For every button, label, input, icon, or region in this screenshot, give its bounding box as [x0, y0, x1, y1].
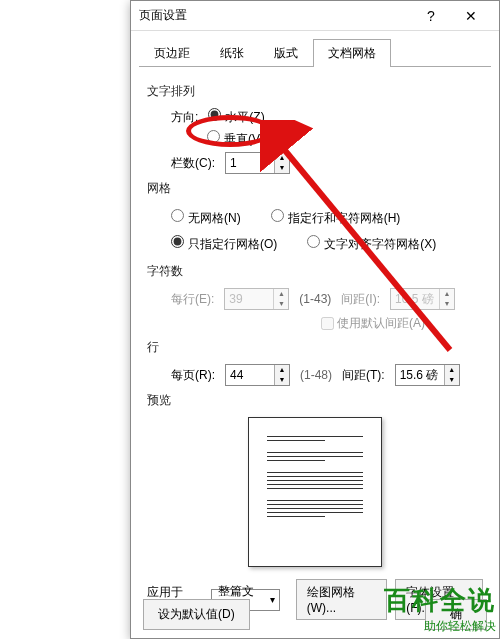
columns-input[interactable] [226, 153, 274, 173]
char-spacing-input [391, 289, 439, 309]
section-lines: 行 [147, 339, 483, 356]
set-default-button[interactable]: 设为默认值(D) [143, 599, 250, 630]
default-spacing-label: 使用默认间距(A) [337, 315, 425, 332]
spin-up-icon[interactable]: ▲ [445, 365, 459, 375]
tab-margins[interactable]: 页边距 [139, 39, 205, 67]
char-spacing-label: 间距(I): [341, 291, 380, 308]
char-spacing-spinner: ▲▼ [390, 288, 455, 310]
spin-down-icon[interactable]: ▼ [445, 375, 459, 385]
spin-down-icon[interactable]: ▼ [275, 163, 289, 173]
default-spacing-row: 使用默认间距(A) [317, 314, 483, 333]
tab-strip: 页边距 纸张 版式 文档网格 [139, 39, 491, 67]
dialog-title: 页面设置 [139, 7, 411, 24]
per-page-label: 每页(R): [171, 367, 215, 384]
spin-down-icon: ▼ [440, 299, 454, 309]
preview-page [248, 417, 382, 567]
line-spacing-spinner[interactable]: ▲▼ [395, 364, 460, 386]
spin-up-icon: ▲ [440, 289, 454, 299]
per-line-spinner: ▲▼ [224, 288, 289, 310]
help-button[interactable]: ? [411, 2, 451, 30]
spin-down-icon: ▼ [274, 299, 288, 309]
section-text-flow: 文字排列 [147, 83, 483, 100]
annotation-ellipse [186, 115, 274, 147]
per-line-range: (1-43) [299, 292, 331, 306]
section-chars: 字符数 [147, 263, 483, 280]
spin-up-icon[interactable]: ▲ [275, 365, 289, 375]
columns-spinner[interactable]: ▲▼ [225, 152, 290, 174]
section-preview: 预览 [147, 392, 483, 409]
tab-paper[interactable]: 纸张 [205, 39, 259, 67]
titlebar: 页面设置 ? ✕ [131, 1, 499, 31]
spin-down-icon[interactable]: ▼ [275, 375, 289, 385]
dialog-content: 文字排列 方向: 水平(Z) 垂直(V) 栏数(C): ▲▼ 网格 无网格(N)… [131, 67, 499, 630]
tab-document-grid[interactable]: 文档网格 [313, 39, 391, 67]
spin-up-icon: ▲ [274, 289, 288, 299]
radio-no-grid[interactable]: 无网格(N) [171, 209, 241, 227]
spin-up-icon[interactable]: ▲ [275, 153, 289, 163]
radio-specify-chars[interactable]: 指定行和字符网格(H) [271, 209, 401, 227]
radio-lines-only[interactable]: 只指定行网格(O) [171, 235, 277, 253]
page-setup-dialog: 页面设置 ? ✕ 页边距 纸张 版式 文档网格 文字排列 方向: 水平(Z) 垂… [130, 0, 500, 639]
radio-align-chars[interactable]: 文字对齐字符网格(X) [307, 235, 436, 253]
default-spacing-checkbox [321, 317, 334, 330]
watermark-title: 百科全说 [384, 583, 496, 618]
watermark: 百科全说 助你轻松解决 [384, 583, 496, 635]
per-page-spinner[interactable]: ▲▼ [225, 364, 290, 386]
line-spacing-label: 间距(T): [342, 367, 385, 384]
per-page-input[interactable] [226, 365, 274, 385]
per-line-label: 每行(E): [171, 291, 214, 308]
close-button[interactable]: ✕ [451, 2, 491, 30]
per-line-input [225, 289, 273, 309]
tab-layout[interactable]: 版式 [259, 39, 313, 67]
columns-label: 栏数(C): [171, 155, 215, 172]
per-page-range: (1-48) [300, 368, 332, 382]
section-grid: 网格 [147, 180, 483, 197]
watermark-subtitle: 助你轻松解决 [384, 618, 496, 635]
line-spacing-input[interactable] [396, 365, 444, 385]
